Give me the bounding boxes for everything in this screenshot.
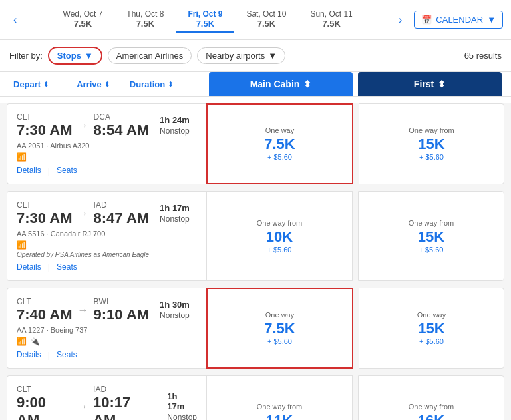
arrive-time-1: 8:47 AM — [94, 210, 150, 227]
dates-row: Wed, Oct 77.5KThu, Oct 87.5KFri, Oct 97.… — [22, 7, 393, 33]
stops-3: Nonstop — [167, 413, 197, 421]
arrive-airport-3: IAD — [93, 385, 106, 394]
flight-right-side: IAD 10:17 AM — [93, 384, 156, 420]
first-price-0[interactable]: One way from 15K + $5.60 — [359, 103, 504, 184]
airline-label: American Airlines — [116, 51, 183, 61]
depart-sort-icon: ⬍ — [43, 81, 49, 88]
first-fee-1: + $5.60 — [419, 246, 443, 254]
flight-right-side: BWI 9:10 AM — [94, 296, 150, 323]
main-cabin-price-2[interactable]: One way 7.5K + $5.60 — [206, 288, 353, 369]
first-points-0: 15K — [418, 137, 444, 152]
calendar-button[interactable]: 📅 CALENDAR ▼ — [414, 11, 503, 29]
flight-row-0: CLT 7:30 AM → DCA 8:54 AM 1h 24m Nonstop… — [7, 103, 504, 184]
depart-airport-2: CLT — [17, 297, 31, 306]
main-cabin-price-1[interactable]: One way from 10K + $5.60 — [206, 191, 353, 281]
duration-0: 1h 24m — [160, 115, 190, 125]
results-count: 65 results — [464, 51, 502, 61]
flight-info-3: CLT 9:00 AM → IAD 10:17 AM 1h 17m Nonsto… — [7, 375, 206, 420]
main-cabin-label-0: One way — [265, 126, 294, 134]
main-cabin-points-3: 11K — [266, 413, 293, 420]
flight-right-side: DCA 8:54 AM — [94, 112, 150, 139]
date-item-3[interactable]: Sat, Oct 107.5K — [234, 7, 298, 33]
stops-label: Stops — [57, 51, 81, 61]
seats-link-0[interactable]: Seats — [57, 166, 77, 176]
details-link-2[interactable]: Details — [17, 350, 41, 360]
details-link-1[interactable]: Details — [17, 262, 41, 272]
first-label-1: One way from — [409, 219, 454, 227]
flight-links-2: Details | Seats — [17, 350, 197, 360]
nearby-airports-button[interactable]: Nearby airports ▼ — [197, 47, 285, 64]
duration-3: 1h 17m — [167, 391, 197, 411]
first-price-1[interactable]: One way from 15K + $5.60 — [358, 191, 504, 281]
flights-list: CLT 7:30 AM → DCA 8:54 AM 1h 24m Nonstop… — [0, 103, 511, 420]
main-cabin-fee-2: + $5.60 — [267, 337, 292, 345]
arrive-time-0: 8:54 AM — [94, 122, 150, 139]
prev-date-arrow[interactable]: ‹ — [8, 14, 22, 26]
first-price-3[interactable]: One way from 16K + $5.60 — [358, 375, 504, 420]
flight-times-1: CLT 7:30 AM → IAD 8:47 AM 1h 17m Nonstop — [17, 200, 197, 227]
stops-2: Nonstop — [160, 311, 190, 320]
airline-filter-button[interactable]: American Airlines — [108, 47, 192, 64]
main-cabin-label-2: One way — [265, 311, 294, 319]
depart-header[interactable]: Depart ⬍ — [9, 74, 53, 95]
main-cabin-price-0[interactable]: One way 7.5K + $5.60 — [206, 103, 353, 184]
left-headers: Depart ⬍ Arrive ⬍ Duration ⬍ — [9, 72, 209, 96]
depart-airport-3: CLT — [17, 385, 31, 394]
duration-stops-2: 1h 30m Nonstop — [160, 300, 190, 320]
main-cabin-fee-0: + $5.60 — [267, 153, 292, 161]
details-link-0[interactable]: Details — [17, 166, 41, 176]
calendar-icon: 📅 — [421, 15, 432, 25]
main-cabin-label-3: One way from — [257, 403, 302, 411]
arrive-airport-0: DCA — [94, 112, 110, 122]
flight-row-3: CLT 9:00 AM → IAD 10:17 AM 1h 17m Nonsto… — [7, 375, 504, 420]
flight-left-side: CLT 7:30 AM — [17, 200, 73, 227]
stops-0: Nonstop — [160, 126, 190, 136]
wifi-icon: 📶 — [17, 240, 27, 250]
first-points-3: 16K — [418, 413, 444, 420]
arrive-airport-2: BWI — [94, 297, 109, 306]
calendar-dropdown-icon: ▼ — [487, 15, 496, 25]
depart-airport-1: CLT — [17, 200, 31, 210]
stops-filter-button[interactable]: Stops ▼ — [48, 47, 102, 65]
filter-by-label: Filter by: — [9, 51, 43, 61]
duration-stops-0: 1h 24m Nonstop — [160, 115, 190, 136]
main-cabin-header[interactable]: Main Cabin ⬍ — [209, 72, 353, 96]
wifi-icon: 📶 — [17, 337, 27, 346]
arrive-sort-icon: ⬍ — [104, 81, 110, 88]
arrow-icon-0: → — [78, 120, 88, 132]
next-date-arrow[interactable]: › — [393, 14, 407, 26]
wifi-icon: 📶 — [17, 152, 27, 162]
date-item-0[interactable]: Wed, Oct 77.5K — [51, 7, 115, 33]
flight-left-side: CLT 7:30 AM — [17, 112, 73, 139]
seats-link-1[interactable]: Seats — [57, 262, 77, 272]
date-item-1[interactable]: Thu, Oct 87.5K — [114, 7, 176, 33]
seats-link-2[interactable]: Seats — [57, 350, 77, 360]
filter-row: Filter by: Stops ▼ American Airlines Nea… — [0, 40, 511, 72]
duration-sort-icon: ⬍ — [168, 81, 173, 88]
first-cabin-header[interactable]: First ⬍ — [358, 72, 502, 96]
flight-times-3: CLT 9:00 AM → IAD 10:17 AM 1h 17m Nonsto… — [17, 384, 197, 420]
flight-times-2: CLT 7:40 AM → BWI 9:10 AM 1h 30m Nonstop — [17, 296, 197, 323]
first-points-2: 15K — [418, 321, 444, 336]
main-container: ‹ Wed, Oct 77.5KThu, Oct 87.5KFri, Oct 9… — [0, 0, 511, 420]
duration-header[interactable]: Duration ⬍ — [126, 74, 177, 95]
date-item-4[interactable]: Sun, Oct 117.5K — [298, 7, 364, 33]
first-price-2[interactable]: One way 15K + $5.60 — [359, 288, 504, 369]
main-cabin-price-3[interactable]: One way from 11K + $5.60 — [206, 375, 353, 420]
first-points-1: 15K — [418, 230, 444, 244]
operated-by: Operated by PSA Airlines as American Eag… — [17, 251, 197, 258]
first-fee-2: + $5.60 — [419, 337, 444, 345]
date-item-2[interactable]: Fri, Oct 97.5K — [176, 7, 234, 33]
arrive-header[interactable]: Arrive ⬍ — [73, 74, 114, 95]
flight-row-1: CLT 7:30 AM → IAD 8:47 AM 1h 17m Nonstop… — [7, 191, 504, 281]
arrow-icon-2: → — [78, 304, 88, 316]
stops-1: Nonstop — [160, 214, 190, 224]
date-strip: ‹ Wed, Oct 77.5KThu, Oct 87.5KFri, Oct 9… — [0, 0, 511, 40]
calendar-label: CALENDAR — [436, 15, 483, 25]
main-cabin-sort-icon: ⬍ — [303, 79, 311, 89]
arrow-icon-3: → — [77, 401, 88, 413]
flight-info-2: CLT 7:40 AM → BWI 9:10 AM 1h 30m Nonstop… — [7, 288, 206, 369]
price-cells-0: One way 7.5K + $5.60 One way from 15K + … — [206, 103, 504, 184]
flight-left-side: CLT 7:40 AM — [17, 296, 73, 323]
flight-meta-2: AA 1227 · Boeing 737 — [17, 326, 197, 334]
